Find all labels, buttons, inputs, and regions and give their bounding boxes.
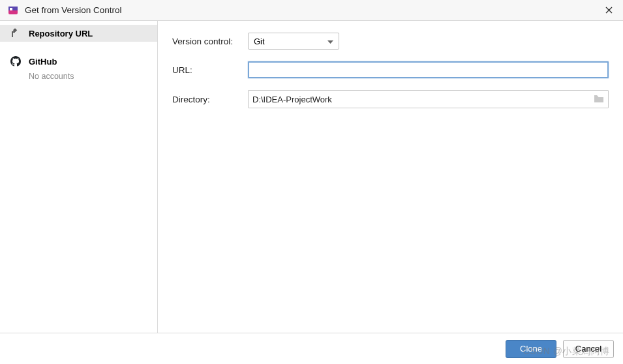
chevron-down-icon	[327, 37, 333, 46]
sidebar-item-repository-url[interactable]: Repository URL	[0, 25, 157, 42]
app-logo-icon	[7, 4, 20, 17]
vc-selected-value: Git	[254, 37, 265, 46]
clone-button[interactable]: Clone	[506, 340, 556, 358]
content-area: Repository URL GitHub No accounts Versio…	[0, 21, 623, 333]
url-label: URL:	[172, 65, 248, 75]
cancel-button[interactable]: Cancel	[563, 340, 614, 358]
branch-up-icon	[9, 27, 22, 40]
sidebar-item-label: GitHub	[29, 57, 57, 67]
directory-label: Directory:	[172, 95, 248, 104]
vc-label: Version control:	[172, 37, 248, 46]
titlebar: Get from Version Control	[0, 0, 623, 21]
github-accounts-status: No accounts	[0, 69, 157, 81]
version-control-select[interactable]: Git	[248, 33, 339, 50]
sidebar-item-github[interactable]: GitHub	[0, 53, 157, 69]
main-panel: Version control: Git URL: Directory: D:\…	[158, 21, 623, 333]
sidebar: Repository URL GitHub No accounts	[0, 21, 158, 333]
github-icon	[9, 55, 22, 68]
folder-icon[interactable]	[594, 94, 604, 105]
close-icon[interactable]	[601, 3, 616, 18]
window-title: Get from Version Control	[25, 5, 601, 15]
directory-value: D:\IDEA-ProjectWork	[252, 95, 594, 104]
svg-rect-2	[10, 8, 12, 10]
directory-field[interactable]: D:\IDEA-ProjectWork	[248, 90, 609, 108]
footer: Clone Cancel CSDN @小菜鸡阿博	[0, 333, 623, 364]
sidebar-item-label: Repository URL	[29, 29, 93, 38]
url-input[interactable]	[248, 61, 609, 78]
